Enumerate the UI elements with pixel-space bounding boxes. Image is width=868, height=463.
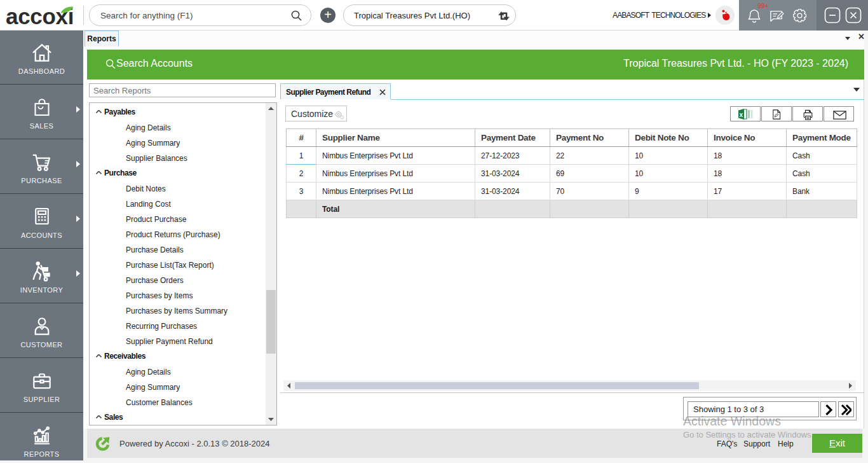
svg-text:x: x [740,111,743,118]
